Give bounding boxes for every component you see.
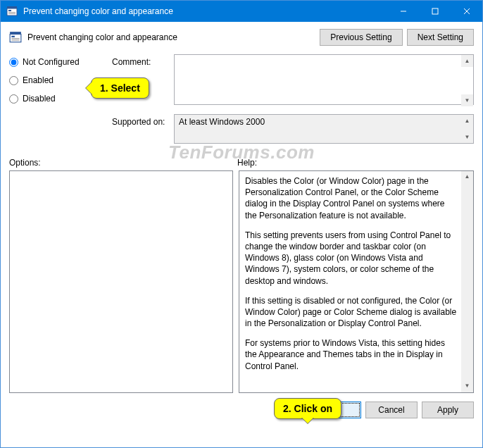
titlebar: Prevent changing color and appearance	[1, 1, 482, 22]
close-button[interactable]	[451, 1, 482, 22]
policy-title: Prevent changing color and appearance	[27, 32, 320, 42]
options-label: Options:	[9, 158, 237, 168]
svg-rect-4	[8, 13, 15, 14]
supported-on-label: Supported on:	[112, 114, 174, 144]
svg-rect-1	[7, 6, 17, 8]
scroll-down-icon[interactable]: ▼	[461, 131, 473, 143]
cancel-button[interactable]: Cancel	[365, 402, 418, 418]
scroll-down-icon[interactable]: ▼	[461, 380, 473, 392]
radio-disabled-input[interactable]	[9, 94, 18, 104]
next-setting-button[interactable]: Next Setting	[407, 29, 474, 46]
svg-rect-2	[8, 10, 11, 11]
svg-rect-12	[11, 38, 19, 39]
minimize-button[interactable]	[387, 1, 419, 22]
window-controls	[387, 1, 482, 22]
radio-enabled-label: Enabled	[23, 75, 54, 85]
help-paragraph: Disables the Color (or Window Color) pag…	[245, 175, 458, 221]
help-paragraph: This setting prevents users from using C…	[245, 230, 458, 287]
radio-disabled[interactable]: Disabled	[9, 94, 101, 104]
annotation-callout-click: 2. Click on	[274, 398, 341, 419]
help-scrollbar[interactable]: ▲ ▼	[461, 171, 473, 392]
previous-setting-button[interactable]: Previous Setting	[320, 29, 402, 46]
options-panel	[9, 170, 233, 393]
svg-rect-6	[432, 8, 438, 14]
radio-disabled-label: Disabled	[23, 94, 56, 104]
svg-rect-13	[11, 39, 19, 40]
svg-rect-3	[8, 12, 15, 13]
annotation-callout-select: 1. Select	[91, 77, 149, 99]
scroll-up-icon[interactable]: ▲	[461, 55, 473, 67]
window-title: Prevent changing color and appearance	[23, 6, 387, 16]
radio-not-configured-label: Not Configured	[23, 57, 80, 67]
policy-icon	[9, 31, 22, 44]
comment-textarea[interactable]	[174, 54, 474, 105]
svg-rect-10	[10, 32, 21, 34]
supported-on-value: At least Windows 2000	[174, 114, 474, 144]
apply-button[interactable]: Apply	[422, 402, 474, 418]
scroll-up-icon[interactable]: ▲	[461, 171, 473, 183]
help-panel: Disables the Color (or Window Color) pag…	[239, 170, 474, 393]
help-paragraph: If this setting is disabled or not confi…	[245, 295, 458, 330]
state-radio-group: Not Configured Enabled Disabled	[9, 54, 101, 151]
radio-not-configured[interactable]: Not Configured	[9, 57, 101, 67]
help-paragraph: For systems prior to Windows Vista, this…	[245, 337, 458, 372]
dialog-footer: OK Cancel Apply	[1, 393, 482, 427]
app-icon	[6, 6, 18, 17]
help-label: Help:	[237, 158, 257, 168]
scroll-down-icon[interactable]: ▼	[461, 94, 473, 106]
radio-enabled-input[interactable]	[9, 76, 18, 85]
radio-not-configured-input[interactable]	[9, 58, 18, 67]
svg-rect-11	[11, 36, 15, 37]
scroll-up-icon[interactable]: ▲	[461, 115, 473, 127]
maximize-button[interactable]	[419, 1, 451, 22]
